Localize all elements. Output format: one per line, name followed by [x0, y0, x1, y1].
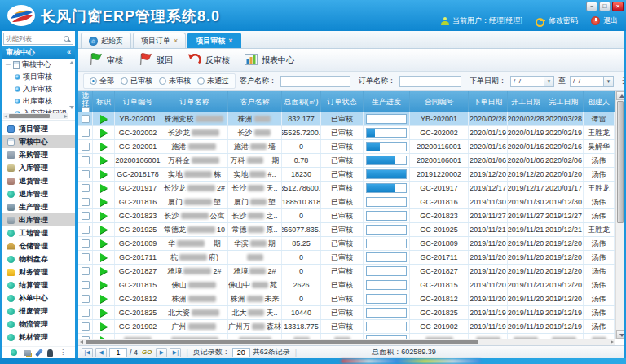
next-page-button[interactable]: ▶	[156, 348, 167, 357]
tab-close-icon[interactable]: ×	[174, 37, 178, 45]
tree-expander-icon[interactable]: ─	[6, 61, 11, 68]
restore-button[interactable]: □	[599, 2, 611, 11]
column-header-order-date[interactable]: 下单日期	[469, 91, 508, 112]
sidebar-item-9[interactable]: 仓储管理	[2, 239, 75, 252]
row-checkbox[interactable]	[82, 239, 90, 248]
row-checkbox[interactable]	[82, 267, 90, 275]
column-header-start-date[interactable]: 开工日期	[508, 91, 544, 112]
row-checkbox[interactable]	[82, 226, 90, 234]
sidebar-item-6[interactable]: 生产管理	[2, 200, 75, 213]
sidebar-item-5[interactable]: 退库管理	[2, 187, 75, 200]
tree-scroll-up-icon[interactable]	[69, 61, 74, 64]
row-checkbox[interactable]	[82, 198, 90, 206]
column-header-area[interactable]: 总面积(㎡)	[282, 91, 321, 112]
table-row[interactable]: GC-2018178实地栋实地#..18230已审核20191220002201…	[78, 168, 615, 182]
table-row[interactable]: GC-202002长沙龙长沙65525.7200..已审核GC-20200220…	[78, 126, 615, 140]
tree-scroll-down-icon[interactable]	[69, 106, 74, 109]
status-radio-0[interactable]: 全部	[90, 76, 114, 86]
row-checkbox[interactable]	[82, 170, 90, 178]
column-header-contract[interactable]: 合同编号	[410, 91, 469, 112]
minimize-button[interactable]: －	[586, 2, 597, 11]
order-name-input[interactable]	[399, 76, 461, 87]
tab-1[interactable]: 项目订单×	[133, 33, 186, 48]
toolbar-button-0[interactable]: 审核	[88, 53, 123, 68]
sidebar-item-16[interactable]: 耗材管理	[2, 331, 75, 344]
tree-hscroll-thumb[interactable]	[9, 114, 50, 118]
table-row[interactable]: GC-201827雅境2#雅境2#0已审核GC-2018272019/11/20…	[78, 265, 615, 278]
tree-item[interactable]: 入库审核	[2, 83, 75, 95]
status-radio-2[interactable]: 未审核	[159, 76, 191, 86]
toolbar-button-3[interactable]: 报表中心	[245, 54, 294, 67]
scroll-right-icon[interactable]	[611, 340, 614, 344]
first-page-button[interactable]: |◀	[82, 348, 93, 357]
row-checkbox[interactable]	[82, 309, 90, 317]
column-header-select[interactable]: 选择	[78, 91, 93, 112]
scroll-left-icon[interactable]	[4, 115, 7, 118]
sidebar-item-0[interactable]: 项目管理	[2, 122, 75, 135]
column-header-status[interactable]: 订单状态	[321, 91, 364, 112]
tab-0[interactable]: ⌂起始页	[81, 33, 131, 48]
row-checkbox[interactable]	[82, 115, 90, 123]
order-date-input[interactable]	[510, 76, 544, 87]
tab-2[interactable]: 项目审核×	[187, 33, 240, 48]
sidebar-item-11[interactable]: 财务管理	[2, 265, 75, 278]
row-checkbox[interactable]	[82, 129, 90, 137]
pen-icon[interactable]	[35, 349, 42, 357]
status-radio-1[interactable]: 已审核	[121, 76, 152, 86]
tree-item[interactable]: 出库审核	[2, 95, 75, 107]
table-row[interactable]: GC-202001施港施港墙0已审核202001160012020/01/162…	[78, 140, 615, 154]
column-header-order[interactable]: 订单编号	[115, 91, 161, 112]
column-header-customer[interactable]: 客户名称	[228, 91, 282, 112]
table-row[interactable]: GC-201816厦门望厦门望188510.818已审核GC-201816201…	[78, 195, 615, 209]
calendar-dropdown-icon[interactable]: ▼	[604, 76, 614, 87]
order-date-to-input[interactable]	[570, 76, 604, 87]
hscroll-thumb[interactable]	[86, 340, 478, 344]
table-row[interactable]: YB-202001株洲党校株洲832.177已审核YB-2020012020/0…	[78, 112, 615, 126]
page-size-input[interactable]	[232, 348, 250, 357]
collapse-icon[interactable]: «	[67, 48, 71, 56]
sidebar-item-3[interactable]: 入库管理	[2, 161, 75, 174]
sidebar-item-4[interactable]: 退货管理	[2, 174, 75, 187]
column-header-flag[interactable]: 标识	[93, 91, 115, 112]
search-icon[interactable]	[63, 35, 71, 43]
table-row[interactable]: GC-201917长沙龙2#长沙天..8512.78600..已审核GC-201…	[78, 182, 615, 195]
toolbar-button-1[interactable]: 驳回	[138, 53, 173, 68]
table-row[interactable]: GC-201812株洲株洲未来0已审核GC-2018122019/11/2020…	[78, 292, 615, 306]
row-checkbox[interactable]	[82, 295, 90, 303]
table-row[interactable]: GC-201925常德龙10常德原..266077.835..已审核GC-201…	[78, 223, 615, 237]
page-number-input[interactable]	[109, 348, 127, 357]
cart-icon[interactable]	[24, 350, 31, 356]
toolbar-button-2[interactable]: 反审核	[187, 54, 230, 67]
column-header-progress[interactable]: 生产进度	[364, 91, 410, 112]
column-header-creator[interactable]: 创建人	[584, 91, 615, 112]
function-search-input[interactable]	[6, 35, 63, 42]
tree-item[interactable]: 项目审核	[2, 71, 75, 83]
row-checkbox[interactable]	[82, 281, 90, 289]
sidebar-item-8[interactable]: 工地管理	[2, 226, 75, 239]
status-radio-3[interactable]: 未通过	[197, 76, 229, 86]
more-icon[interactable]: ⋮	[60, 349, 66, 356]
table-vscrollbar[interactable]	[615, 91, 624, 339]
vscroll-thumb[interactable]	[617, 101, 624, 223]
person-icon[interactable]	[47, 349, 53, 357]
row-checkbox[interactable]	[82, 253, 90, 261]
sidebar-item-7[interactable]: 出库管理	[2, 213, 75, 226]
table-hscrollbar[interactable]	[78, 339, 615, 345]
row-checkbox[interactable]	[82, 143, 90, 151]
tree-hscrollbar[interactable]	[3, 113, 68, 119]
customer-name-input[interactable]	[280, 76, 350, 87]
sidebar-item-1[interactable]: 审核中心	[2, 135, 75, 148]
table-row[interactable]: GC-201711杭府)0已审核GC-2017112019/11/202019/…	[78, 251, 615, 265]
scroll-right-icon[interactable]	[64, 115, 68, 118]
row-checkbox[interactable]	[82, 212, 90, 220]
row-checkbox[interactable]	[82, 184, 90, 192]
table-row[interactable]: GC-201902广州广州万森林13318.775已审核GC-201902201…	[78, 320, 615, 334]
change-password[interactable]: 修改密码	[536, 15, 578, 26]
table-row[interactable]: GC-201815佛山佛山中苑..2626已审核GC-2018152019/11…	[78, 278, 615, 292]
sidebar-item-2[interactable]: 采购管理	[2, 148, 75, 161]
close-button[interactable]: ×	[612, 2, 624, 11]
sidebar-item-10[interactable]: 物料盘存	[2, 252, 75, 265]
scroll-up-icon[interactable]	[616, 91, 625, 100]
table-row[interactable]: GC-201823长沙公寓长沙之..0已审核GC-2018232019/11/2…	[78, 209, 615, 223]
sidebar-item-15[interactable]: 物流管理	[2, 318, 75, 331]
